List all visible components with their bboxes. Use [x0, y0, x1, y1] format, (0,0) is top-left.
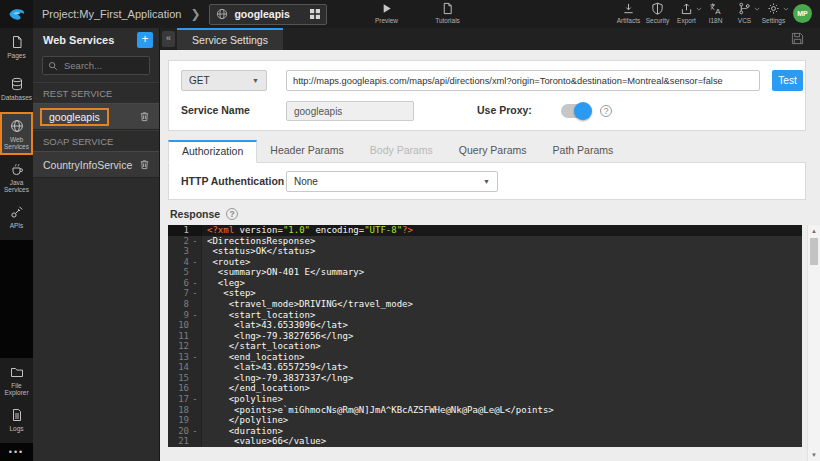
scroll-down-arrow[interactable]: ▼ [808, 449, 820, 461]
service-item-countryinfoservice[interactable]: CountryInfoService [33, 151, 159, 178]
line-number: 17 [168, 394, 189, 405]
topbar-action-preview[interactable]: Preview [372, 2, 401, 24]
svg-text:A: A [715, 7, 721, 15]
line-gutter: 2- [168, 236, 202, 247]
fold-marker: - [189, 426, 201, 437]
wavemaker-logo-icon[interactable] [0, 0, 33, 28]
code-text: <DirectionsResponse> [202, 236, 315, 247]
fold-marker [189, 225, 201, 236]
tab-service-settings[interactable]: Service Settings [177, 28, 283, 50]
response-help-icon[interactable]: ? [226, 208, 238, 220]
service-name-label: Service Name [181, 104, 250, 116]
topbar-action-tutorials[interactable]: Tutorials [433, 2, 462, 24]
activity-bar-spacer [0, 240, 33, 358]
service-name-input[interactable] [286, 101, 414, 121]
fold-marker [189, 383, 201, 394]
service-selector[interactable]: googleapis [209, 4, 327, 25]
code-line: 15 <lng>-79.3837337</lng> [168, 373, 802, 384]
topbar-action-artifacts[interactable]: Artifacts [614, 2, 643, 24]
topbar-action-label: Tutorials [435, 17, 460, 24]
code-text: <step> [202, 288, 256, 299]
topbar-action-vcs[interactable]: VCS [730, 2, 759, 24]
line-number: 21 [168, 436, 189, 447]
code-text: <status>OK</status> [202, 246, 315, 257]
sidebar-item-file-explorer[interactable]: File Explorer [0, 358, 33, 401]
pages-icon [10, 35, 24, 49]
line-number: 20 [168, 426, 189, 437]
activity-bar: PagesDatabasesWeb ServicesJava ServicesA… [0, 28, 33, 461]
sidebar-item-java-services[interactable]: Java Services [0, 155, 33, 198]
sidebar-item-logs[interactable]: Logs [0, 401, 33, 443]
sidebar-item-databases[interactable]: Databases [0, 70, 33, 112]
service-item-googleapis[interactable]: googleapis [33, 103, 159, 130]
fold-marker [189, 436, 201, 447]
trash-icon[interactable] [139, 111, 150, 122]
folder-icon [10, 365, 24, 379]
code-text: <leg> [202, 278, 245, 289]
line-gutter: 16 [168, 383, 202, 394]
i18n-icon: A [709, 2, 722, 15]
user-avatar[interactable]: MP [793, 4, 812, 23]
tab-authorization[interactable]: Authorization [168, 140, 257, 163]
test-button[interactable]: Test [772, 70, 803, 91]
line-number: 16 [168, 383, 189, 394]
topbar-action-label: VCS [738, 17, 751, 24]
sidebar-item-label: Java Services [3, 179, 30, 193]
service-item-name: CountryInfoService [43, 159, 132, 171]
toggle-knob [574, 102, 592, 120]
topbar-action-i18n[interactable]: AI18N [701, 2, 730, 24]
add-service-button[interactable]: + [137, 32, 153, 48]
project-name[interactable]: Project:My_First_Application [42, 8, 181, 20]
save-icon[interactable] [791, 32, 804, 45]
line-gutter: 21 [168, 436, 202, 447]
topbar-action-settings[interactable]: Settings [759, 2, 788, 24]
sidebar-item-web-services[interactable]: Web Services [0, 112, 33, 155]
topbar-action-security[interactable]: Security [643, 2, 672, 24]
topbar-action-export[interactable]: Export [672, 2, 701, 24]
scrollbar-thumb[interactable] [810, 238, 818, 265]
service-settings-content: GET ▼ Test Service Name Use Proxy: ? Aut… [160, 50, 820, 461]
search-box [42, 56, 150, 75]
sidebar-item-label: Web Services [3, 136, 30, 150]
http-auth-select[interactable]: None ▼ [286, 171, 498, 192]
line-gutter: 5 [168, 267, 202, 278]
code-line: 20- <duration> [168, 426, 802, 437]
scroll-up-arrow[interactable]: ▲ [808, 225, 820, 237]
tab-path-params[interactable]: Path Params [540, 139, 627, 162]
breadcrumb-chevron-icon: ❯ [190, 7, 200, 21]
grid-icon [310, 9, 320, 19]
http-method-select[interactable]: GET ▼ [181, 70, 267, 91]
sidebar-item-apis[interactable]: APIs [0, 198, 33, 240]
authorization-panel: HTTP Authentication None ▼ [168, 163, 806, 200]
chevron-down-icon: ▼ [252, 77, 259, 84]
tab-header-params[interactable]: Header Params [257, 139, 357, 162]
search-input[interactable] [62, 59, 144, 72]
code-text: </polyline> [202, 415, 288, 426]
editor-tab-bar: « Service Settings [160, 28, 820, 50]
topbar-action-label: I18N [709, 17, 723, 24]
trash-icon[interactable] [139, 159, 150, 170]
http-auth-value: None [294, 176, 318, 187]
code-line: 10 <lat>43.6533096</lat> [168, 320, 802, 331]
line-gutter: 20- [168, 426, 202, 437]
line-gutter: 10 [168, 320, 202, 331]
proxy-help-icon[interactable]: ? [600, 105, 612, 117]
shield-icon [651, 2, 664, 15]
tab-query-params[interactable]: Query Params [446, 139, 540, 162]
chevron-down-icon: ▼ [483, 178, 490, 185]
line-gutter: 14 [168, 362, 202, 373]
sidebar-item-label: APIs [10, 222, 24, 229]
play-icon [380, 2, 393, 15]
request-url-input[interactable] [286, 70, 760, 91]
response-code-editor[interactable]: 1<?xml version="1.0" encoding="UTF-8"?>2… [168, 225, 802, 447]
line-gutter: 9- [168, 310, 202, 321]
tutorials-icon [441, 2, 454, 15]
line-gutter: 13- [168, 352, 202, 363]
line-gutter: 3 [168, 246, 202, 257]
chevron-down-icon [783, 7, 789, 11]
collapse-panel-button[interactable]: « [162, 31, 175, 47]
more-options-button[interactable]: ••• [0, 443, 33, 461]
sidebar-item-pages[interactable]: Pages [0, 28, 33, 70]
use-proxy-toggle[interactable] [561, 104, 591, 118]
line-number: 10 [168, 320, 189, 331]
